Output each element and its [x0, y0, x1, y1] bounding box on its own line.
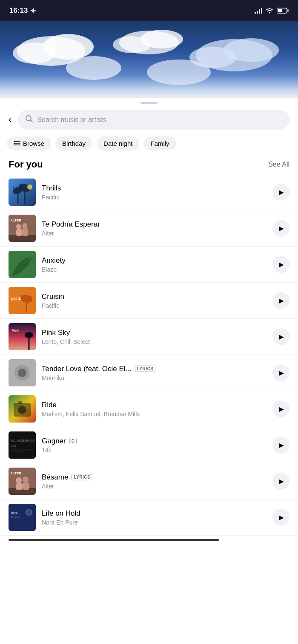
svg-point-20 — [14, 141, 15, 142]
svg-point-13 — [66, 56, 121, 80]
signal-bar-3 — [259, 9, 260, 14]
song-title: Thrills — [42, 184, 61, 193]
svg-point-57 — [19, 407, 25, 413]
play-button-tender[interactable]: ▶ — [272, 364, 289, 381]
play-icon: ▶ — [279, 333, 284, 340]
album-art-lifeonhold: nora En Pure — [9, 504, 36, 531]
chip-datenight-label: Date night — [103, 140, 132, 147]
svg-point-68 — [23, 477, 29, 482]
song-artist: Pacific — [42, 194, 266, 201]
search-area: ‹ Search music or artists — [0, 106, 298, 135]
lyrics-badge-besame: LYRICS — [72, 474, 92, 480]
svg-point-37 — [22, 223, 27, 228]
play-button-thrills[interactable]: ▶ — [272, 184, 289, 201]
play-icon: ▶ — [279, 297, 284, 304]
song-row: ALTER Te Podría Esperar Alter ▶ — [0, 210, 298, 247]
chip-birthday-label: Birthday — [62, 140, 86, 147]
progress-bar-area — [0, 535, 298, 541]
song-info-gagner: Gagner E 14c — [42, 437, 266, 454]
location-icon — [30, 8, 36, 14]
chip-browse[interactable]: Browse — [7, 136, 51, 150]
song-title: Te Podría Esperar — [42, 220, 100, 229]
signal-bar-2 — [257, 11, 258, 14]
song-row: nora En Pure Life on Hold Nora En Pure ▶ — [0, 499, 298, 535]
album-art-cruisin: pacific — [9, 287, 36, 314]
song-artist: Nora En Pure — [42, 519, 266, 526]
song-title: Ride — [42, 401, 57, 409]
song-artist: Lento, Chill Select — [42, 338, 266, 345]
clock: 16:13 — [9, 6, 28, 15]
album-art-gagner: MC GAGNER CO 14c — [9, 431, 36, 459]
chip-birthday[interactable]: Birthday — [55, 136, 92, 150]
song-row: ALTER Bésame LYRICS Alter ▶ — [0, 463, 298, 499]
song-row: Tender Love (feat. Ocie El... LYRICS Mou… — [0, 355, 298, 391]
svg-text:nora: nora — [11, 511, 17, 514]
signal-strength — [255, 8, 262, 14]
chip-family[interactable]: Family — [143, 136, 176, 150]
song-title: Tender Love (feat. Ocie El... — [42, 365, 132, 373]
song-list: Thrills Pacific ▶ ALTER Te Podría Espera… — [0, 174, 298, 535]
song-row: MC GAGNER CO 14c Gagner E 14c ▶ — [0, 427, 298, 463]
play-icon: ▶ — [279, 369, 284, 376]
song-artist: Pacific — [42, 302, 266, 309]
svg-point-75 — [27, 510, 31, 514]
battery-icon — [277, 8, 289, 14]
svg-rect-39 — [22, 228, 28, 236]
lyrics-badge: LYRICS — [135, 366, 156, 372]
song-artist: Madism, Felix Samuel, Brendan Mills — [42, 411, 266, 417]
svg-rect-1 — [287, 9, 289, 12]
play-button-anxiety[interactable]: ▶ — [272, 256, 289, 273]
back-button[interactable]: ‹ — [9, 114, 11, 125]
chip-datenight[interactable]: Date night — [97, 136, 139, 150]
play-button-tepodria[interactable]: ▶ — [272, 220, 289, 237]
signal-bar-1 — [255, 12, 256, 14]
svg-text:ALTER: ALTER — [10, 218, 21, 222]
svg-text:MC GAGNER CO: MC GAGNER CO — [11, 439, 35, 442]
play-icon: ▶ — [279, 406, 284, 412]
album-art-anxiety — [9, 251, 36, 278]
song-info-tender: Tender Love (feat. Ocie El... LYRICS Mou… — [42, 365, 266, 381]
svg-point-21 — [14, 143, 15, 144]
svg-point-50 — [25, 332, 33, 338]
hero-background — [0, 21, 298, 98]
for-you-header: For you See All — [0, 156, 298, 174]
song-info-tepodria: Te Podría Esperar Alter — [42, 220, 266, 237]
song-info-cruisin: Cruisin Pacific — [42, 292, 266, 309]
search-box[interactable]: Search music or artists — [17, 110, 289, 130]
chip-browse-label: Browse — [23, 140, 44, 147]
svg-text:Pink: Pink — [12, 329, 19, 332]
play-icon: ▶ — [279, 261, 284, 268]
play-button-cruisin[interactable]: ▶ — [272, 292, 289, 309]
svg-point-6 — [13, 43, 55, 64]
svg-point-22 — [14, 145, 15, 145]
song-info-thrills: Thrills Pacific — [42, 184, 266, 201]
progress-bar — [9, 539, 219, 541]
song-artist: 14c — [42, 447, 266, 454]
play-button-besame[interactable]: ▶ — [272, 473, 289, 490]
play-button-pinksky[interactable]: ▶ — [272, 328, 289, 345]
svg-point-32 — [27, 184, 32, 190]
song-row: Anxiety Blazo ▶ — [0, 247, 298, 283]
song-artist: Alter — [42, 483, 266, 490]
song-info-anxiety: Anxiety Blazo — [42, 256, 266, 273]
song-info-ride: Ride Madism, Felix Samuel, Brendan Mills — [42, 401, 266, 417]
album-art-ride — [9, 395, 36, 423]
album-art-tender — [9, 359, 36, 386]
play-button-lifeonhold[interactable]: ▶ — [272, 509, 289, 526]
svg-text:ALTER: ALTER — [10, 471, 21, 475]
song-title: Life on Hold — [42, 509, 80, 518]
see-all-button[interactable]: See All — [268, 161, 289, 168]
search-icon — [25, 115, 33, 125]
song-info-pinksky: Pink Sky Lento, Chill Select — [42, 329, 266, 345]
chip-family-label: Family — [150, 140, 169, 147]
play-button-gagner[interactable]: ▶ — [272, 437, 289, 454]
sheet-handle — [0, 98, 298, 106]
play-button-ride[interactable]: ▶ — [272, 400, 289, 417]
svg-rect-23 — [9, 179, 36, 206]
explicit-badge: E — [69, 438, 77, 444]
play-icon: ▶ — [279, 225, 284, 232]
filter-chips: Browse Birthday Date night Family — [0, 135, 298, 156]
song-artist: Blazo — [42, 266, 266, 273]
signal-bar-4 — [261, 8, 262, 14]
album-art-pinksky: Pink — [9, 323, 36, 350]
